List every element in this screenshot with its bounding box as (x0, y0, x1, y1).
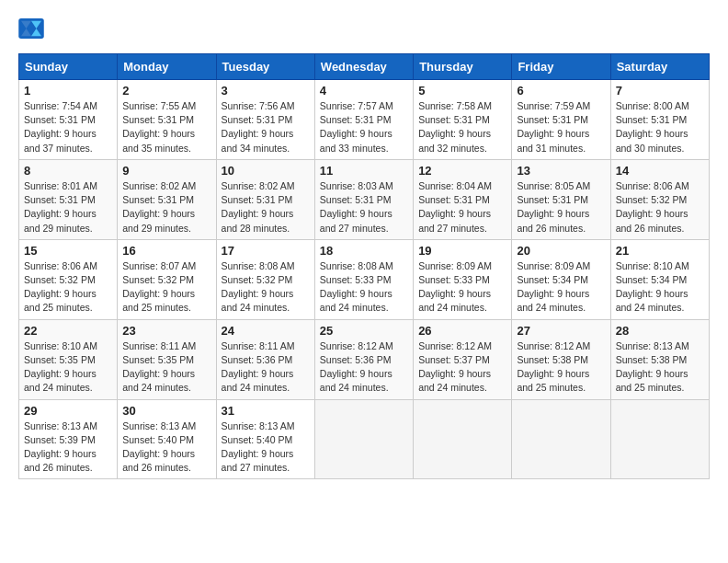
column-header-saturday: Saturday (610, 54, 709, 80)
day-number: 9 (122, 164, 210, 178)
day-detail: Sunrise: 8:12 AMSunset: 5:36 PMDaylight:… (320, 339, 408, 396)
day-number: 10 (222, 164, 310, 178)
calendar-cell: 10Sunrise: 8:02 AMSunset: 5:31 PMDayligh… (216, 159, 314, 239)
day-number: 12 (418, 164, 506, 178)
calendar-cell: 29Sunrise: 8:13 AMSunset: 5:39 PMDayligh… (19, 399, 118, 479)
day-number: 28 (616, 324, 704, 338)
calendar-cell: 12Sunrise: 8:04 AMSunset: 5:31 PMDayligh… (414, 159, 512, 239)
day-number: 31 (222, 404, 310, 418)
calendar-cell (314, 399, 413, 479)
calendar-cell: 2Sunrise: 7:55 AMSunset: 5:31 PMDaylight… (118, 80, 216, 160)
day-detail: Sunrise: 8:13 AMSunset: 5:39 PMDaylight:… (24, 419, 112, 476)
day-number: 13 (517, 164, 605, 178)
day-number: 18 (320, 244, 408, 258)
column-header-tuesday: Tuesday (216, 54, 314, 80)
day-number: 1 (24, 84, 112, 98)
column-header-monday: Monday (118, 54, 216, 80)
calendar-table: SundayMondayTuesdayWednesdayThursdayFrid… (18, 53, 710, 479)
calendar-cell: 5Sunrise: 7:58 AMSunset: 5:31 PMDaylight… (414, 80, 512, 160)
day-detail: Sunrise: 8:11 AMSunset: 5:35 PMDaylight:… (122, 339, 210, 396)
day-detail: Sunrise: 8:07 AMSunset: 5:32 PMDaylight:… (122, 259, 210, 316)
day-detail: Sunrise: 7:55 AMSunset: 5:31 PMDaylight:… (122, 99, 210, 155)
day-number: 20 (517, 244, 605, 258)
day-number: 15 (24, 244, 112, 258)
day-detail: Sunrise: 8:13 AMSunset: 5:38 PMDaylight:… (616, 339, 704, 396)
calendar-cell: 9Sunrise: 8:02 AMSunset: 5:31 PMDaylight… (118, 159, 216, 239)
day-detail: Sunrise: 8:06 AMSunset: 5:32 PMDaylight:… (616, 179, 704, 236)
day-detail: Sunrise: 7:54 AMSunset: 5:31 PMDaylight:… (24, 99, 112, 155)
day-detail: Sunrise: 8:13 AMSunset: 5:40 PMDaylight:… (222, 419, 310, 476)
day-detail: Sunrise: 8:01 AMSunset: 5:31 PMDaylight:… (24, 179, 112, 236)
day-number: 26 (418, 324, 506, 338)
day-number: 30 (122, 404, 210, 418)
day-detail: Sunrise: 8:11 AMSunset: 5:36 PMDaylight:… (222, 339, 310, 396)
calendar-cell: 13Sunrise: 8:05 AMSunset: 5:31 PMDayligh… (512, 159, 610, 239)
calendar-cell: 25Sunrise: 8:12 AMSunset: 5:36 PMDayligh… (314, 319, 413, 399)
calendar-cell: 20Sunrise: 8:09 AMSunset: 5:34 PMDayligh… (512, 239, 610, 319)
calendar-cell: 30Sunrise: 8:13 AMSunset: 5:40 PMDayligh… (118, 399, 216, 479)
day-number: 5 (418, 84, 506, 98)
column-header-friday: Friday (512, 54, 610, 80)
calendar-cell: 18Sunrise: 8:08 AMSunset: 5:33 PMDayligh… (314, 239, 413, 319)
day-number: 25 (320, 324, 408, 338)
column-header-sunday: Sunday (19, 54, 118, 80)
day-number: 7 (616, 84, 704, 98)
day-detail: Sunrise: 8:03 AMSunset: 5:31 PMDaylight:… (320, 179, 408, 236)
day-detail: Sunrise: 8:10 AMSunset: 5:35 PMDaylight:… (24, 339, 112, 396)
calendar-cell: 24Sunrise: 8:11 AMSunset: 5:36 PMDayligh… (216, 319, 314, 399)
calendar-cell (414, 399, 512, 479)
column-header-wednesday: Wednesday (314, 54, 413, 80)
day-detail: Sunrise: 8:13 AMSunset: 5:40 PMDaylight:… (122, 419, 210, 476)
calendar-cell: 31Sunrise: 8:13 AMSunset: 5:40 PMDayligh… (216, 399, 314, 479)
calendar-cell (512, 399, 610, 479)
day-number: 24 (222, 324, 310, 338)
day-detail: Sunrise: 7:57 AMSunset: 5:31 PMDaylight:… (320, 99, 408, 155)
calendar-cell: 1Sunrise: 7:54 AMSunset: 5:31 PMDaylight… (19, 80, 118, 160)
calendar-cell: 16Sunrise: 8:07 AMSunset: 5:32 PMDayligh… (118, 239, 216, 319)
day-detail: Sunrise: 8:02 AMSunset: 5:31 PMDaylight:… (222, 179, 310, 236)
calendar-cell: 8Sunrise: 8:01 AMSunset: 5:31 PMDaylight… (19, 159, 118, 239)
day-detail: Sunrise: 7:59 AMSunset: 5:31 PMDaylight:… (517, 99, 605, 155)
day-number: 19 (418, 244, 506, 258)
day-number: 8 (24, 164, 112, 178)
day-detail: Sunrise: 8:12 AMSunset: 5:38 PMDaylight:… (517, 339, 605, 396)
day-number: 14 (616, 164, 704, 178)
calendar-cell: 11Sunrise: 8:03 AMSunset: 5:31 PMDayligh… (314, 159, 413, 239)
logo (18, 18, 48, 39)
day-detail: Sunrise: 8:04 AMSunset: 5:31 PMDaylight:… (418, 179, 506, 236)
day-number: 4 (320, 84, 408, 98)
day-number: 22 (24, 324, 112, 338)
day-detail: Sunrise: 8:09 AMSunset: 5:33 PMDaylight:… (418, 259, 506, 316)
day-number: 29 (24, 404, 112, 418)
day-detail: Sunrise: 8:02 AMSunset: 5:31 PMDaylight:… (122, 179, 210, 236)
calendar-cell: 7Sunrise: 8:00 AMSunset: 5:31 PMDaylight… (610, 80, 709, 160)
calendar-cell: 22Sunrise: 8:10 AMSunset: 5:35 PMDayligh… (19, 319, 118, 399)
day-number: 17 (222, 244, 310, 258)
calendar-cell: 6Sunrise: 7:59 AMSunset: 5:31 PMDaylight… (512, 80, 610, 160)
day-detail: Sunrise: 8:12 AMSunset: 5:37 PMDaylight:… (418, 339, 506, 396)
page-header (18, 18, 710, 39)
day-detail: Sunrise: 8:08 AMSunset: 5:32 PMDaylight:… (222, 259, 310, 316)
day-number: 11 (320, 164, 408, 178)
day-detail: Sunrise: 8:00 AMSunset: 5:31 PMDaylight:… (616, 99, 704, 155)
column-header-thursday: Thursday (414, 54, 512, 80)
calendar-cell: 19Sunrise: 8:09 AMSunset: 5:33 PMDayligh… (414, 239, 512, 319)
day-number: 16 (122, 244, 210, 258)
calendar-cell: 14Sunrise: 8:06 AMSunset: 5:32 PMDayligh… (610, 159, 709, 239)
day-detail: Sunrise: 8:06 AMSunset: 5:32 PMDaylight:… (24, 259, 112, 316)
day-detail: Sunrise: 8:05 AMSunset: 5:31 PMDaylight:… (517, 179, 605, 236)
day-number: 6 (517, 84, 605, 98)
calendar-cell: 4Sunrise: 7:57 AMSunset: 5:31 PMDaylight… (314, 80, 413, 160)
logo-icon (18, 18, 44, 39)
day-number: 27 (517, 324, 605, 338)
day-number: 21 (616, 244, 704, 258)
calendar-cell: 21Sunrise: 8:10 AMSunset: 5:34 PMDayligh… (610, 239, 709, 319)
calendar-cell: 26Sunrise: 8:12 AMSunset: 5:37 PMDayligh… (414, 319, 512, 399)
day-number: 23 (122, 324, 210, 338)
day-detail: Sunrise: 7:56 AMSunset: 5:31 PMDaylight:… (222, 99, 310, 155)
calendar-cell: 23Sunrise: 8:11 AMSunset: 5:35 PMDayligh… (118, 319, 216, 399)
day-detail: Sunrise: 8:10 AMSunset: 5:34 PMDaylight:… (616, 259, 704, 316)
calendar-cell: 15Sunrise: 8:06 AMSunset: 5:32 PMDayligh… (19, 239, 118, 319)
calendar-cell (610, 399, 709, 479)
day-detail: Sunrise: 8:08 AMSunset: 5:33 PMDaylight:… (320, 259, 408, 316)
